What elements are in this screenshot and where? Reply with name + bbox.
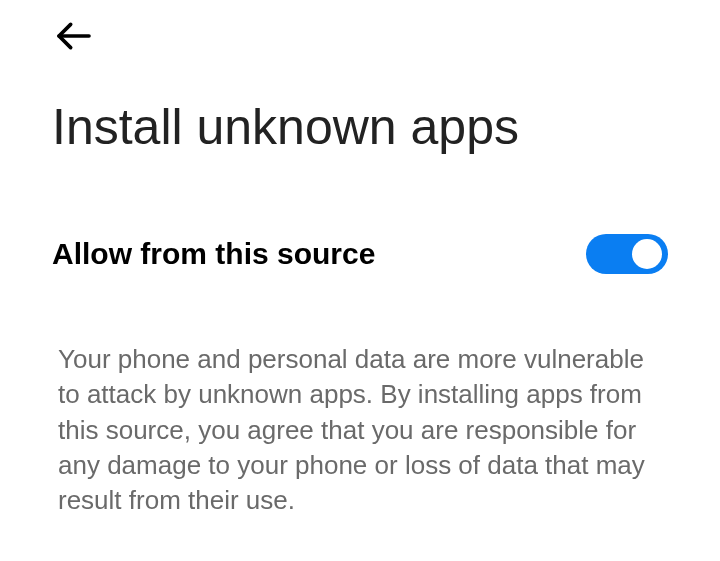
- header: [0, 0, 720, 60]
- toggle-knob: [632, 239, 662, 269]
- page-title: Install unknown apps: [0, 60, 720, 156]
- warning-description: Your phone and personal data are more vu…: [0, 274, 720, 519]
- allow-source-label: Allow from this source: [52, 237, 375, 271]
- allow-source-toggle[interactable]: [586, 234, 668, 274]
- arrow-left-icon: [54, 16, 94, 56]
- back-button[interactable]: [52, 14, 96, 58]
- allow-source-row[interactable]: Allow from this source: [0, 156, 720, 274]
